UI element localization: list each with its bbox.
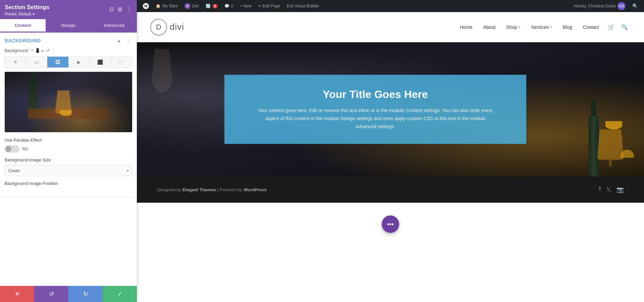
background-section: Background ▲ ⋮ Background ? 📱 ▸ ↺ ⋮ [0, 33, 137, 197]
logo-text: divi [170, 22, 184, 32]
background-pointer-button[interactable]: ▸ [42, 48, 44, 53]
background-label: Background [5, 48, 28, 53]
bg-type-video-button[interactable]: ⬛ [90, 57, 111, 67]
tab-advanced[interactable]: Advanced [91, 19, 137, 33]
site-preview-panel: W 🏠 My Sites D Divi 🔄 3 💬 0 + New ✏ Edit… [137, 0, 644, 302]
bg-image-size-select[interactable]: Cover Contain Auto Custom [5, 165, 132, 176]
floating-btn-icon: ••• [387, 220, 394, 228]
admin-search-button[interactable]: 🔍 [629, 3, 641, 9]
undo-button[interactable]: ↺ [34, 286, 68, 302]
hero-title: Your Title Goes Here [241, 88, 509, 101]
background-label-row: Background ? 📱 ▸ ↺ ⋮ [5, 48, 132, 53]
hero-glass-stem [609, 160, 612, 166]
panel-header-icons: ⊡ ⊞ ⋮ [109, 5, 132, 13]
cart-icon[interactable]: 🛒 [605, 21, 617, 33]
section-settings-panel: Section Settings Preset: Default ▾ ⊡ ⊞ ⋮… [0, 0, 137, 302]
panel-body: Background ▲ ⋮ Background ? 📱 ▸ ↺ ⋮ [0, 33, 137, 302]
parallax-toggle[interactable] [5, 145, 19, 153]
bg-image-size-label: Background Image Size [5, 157, 132, 162]
new-link[interactable]: + New [236, 0, 255, 12]
redo-button[interactable]: ↻ [68, 286, 103, 302]
my-sites-link[interactable]: 🏠 My Sites [152, 0, 181, 12]
wp-admin-bar: W 🏠 My Sites D Divi 🔄 3 💬 0 + New ✏ Edit… [137, 0, 644, 12]
background-image-preview[interactable] [5, 72, 132, 132]
bg-type-image-button[interactable]: 🖼 [47, 57, 68, 67]
hero-content-box[interactable]: Your Title Goes Here Your content goes h… [224, 75, 526, 144]
site-menu: Home About Shop ▾ Services ▾ Blog Contac [455, 21, 631, 33]
bg-type-pattern-button[interactable]: ⬚ [111, 57, 132, 67]
collapse-button[interactable]: ▲ [115, 37, 123, 44]
bg-image-position-field: Background Image Position [5, 181, 132, 186]
site-logo: D divi [150, 19, 184, 36]
background-mobile-button[interactable]: 📱 [35, 48, 40, 53]
section-more-button[interactable]: ⋮ [125, 37, 132, 44]
bg-type-gradient-button[interactable]: ▶ [69, 57, 90, 67]
parallax-field: Use Parallax Effect NO [5, 138, 132, 153]
panel-header-left: Section Settings Preset: Default ▾ [5, 4, 49, 16]
site-search-icon[interactable]: 🔍 [619, 21, 631, 33]
save-button[interactable]: ✓ [103, 286, 137, 302]
tab-design[interactable]: Design [46, 19, 91, 33]
panel-header: Section Settings Preset: Default ▾ ⊡ ⊞ ⋮ [0, 0, 137, 19]
menu-item-blog[interactable]: Blog [558, 22, 577, 33]
background-section-header: Background ▲ ⋮ [5, 37, 132, 44]
menu-item-services[interactable]: Services ▾ [526, 22, 557, 33]
divi-link[interactable]: D Divi [181, 0, 202, 12]
more-options-button[interactable]: ⋮ [125, 5, 132, 13]
bg-image-size-field: Background Image Size Cover Contain Auto… [5, 157, 132, 176]
hero-left-glass-body [150, 49, 174, 93]
footer-social-icons: f 𝕏 📷 [599, 186, 624, 193]
twitter-icon[interactable]: 𝕏 [606, 186, 611, 193]
exit-builder-label: Exit Visual Builder [287, 4, 319, 8]
bg-type-color-button[interactable]: ▭ [26, 57, 47, 67]
facebook-icon[interactable]: f [599, 186, 601, 193]
user-avatar: CG [618, 2, 626, 10]
background-label-icons: ? 📱 ▸ ↺ ⋮ [31, 48, 55, 53]
parallax-label: Use Parallax Effect [5, 138, 132, 143]
background-help-button[interactable]: ? [31, 48, 33, 53]
grid-button[interactable]: ⊞ [117, 5, 123, 13]
action-bar: ✕ ↺ ↻ ✓ [0, 286, 137, 302]
background-kebab-button[interactable]: ⋮ [51, 48, 56, 53]
background-type-row: ✕ ▭ 🖼 ▶ ⬛ ⬚ [5, 56, 132, 68]
divi-logo-icon: D [184, 3, 191, 9]
minimize-button[interactable]: ⊡ [109, 5, 114, 13]
wp-admin-right: Howdy, Christina Gwira CG 🔍 [571, 2, 641, 10]
parallax-toggle-row: NO [5, 145, 132, 153]
new-label: + New [240, 4, 251, 8]
menu-item-shop[interactable]: Shop ▾ [501, 22, 525, 33]
tab-content[interactable]: Content [0, 19, 46, 33]
bottle-neck-decoration [31, 73, 35, 82]
cancel-button[interactable]: ✕ [0, 286, 34, 302]
elegant-themes-link[interactable]: Elegant Themes [182, 187, 216, 192]
bg-image-size-wrapper: Cover Contain Auto Custom [5, 165, 132, 176]
wordpress-link[interactable]: WordPress [244, 187, 266, 192]
menu-item-home[interactable]: Home [455, 22, 477, 33]
updates-link[interactable]: 🔄 3 [202, 0, 221, 12]
logo-circle: D [150, 19, 167, 36]
panel-preset: Preset: Default ▾ [5, 12, 49, 16]
site-footer: Designed by Elegant Themes | Powered by … [137, 177, 644, 203]
edit-page-link[interactable]: ✏ Edit Page [255, 0, 283, 12]
footer-text: Designed by Elegant Themes | Powered by … [157, 187, 267, 192]
section-header-right: ▲ ⋮ [115, 37, 132, 44]
wp-logo-link[interactable]: W [140, 0, 152, 12]
bg-type-none-button[interactable]: ✕ [5, 57, 26, 67]
instagram-icon[interactable]: 📷 [616, 186, 624, 193]
comments-link[interactable]: 💬 0 [221, 0, 237, 12]
hero-section[interactable]: Your Title Goes Here Your content goes h… [137, 42, 644, 177]
menu-item-contact[interactable]: Contact [578, 22, 604, 33]
divi-label: Divi [192, 4, 199, 8]
background-reset-button[interactable]: ↺ [46, 48, 50, 53]
updates-icon: 🔄 [206, 4, 211, 8]
edit-page-label: ✏ Edit Page [258, 4, 280, 8]
bottle-decoration [28, 82, 38, 112]
settings-tabs: Content Design Advanced [0, 19, 137, 33]
background-image-inner [5, 72, 132, 132]
menu-item-about[interactable]: About [479, 22, 500, 33]
hero-left-glass-decoration [150, 49, 174, 93]
parallax-toggle-label: NO [22, 147, 28, 151]
exit-builder-link[interactable]: Exit Visual Builder [283, 0, 323, 12]
floating-action-button[interactable]: ••• [382, 215, 399, 233]
hero-body-text: Your content goes here. Edit or remove t… [258, 107, 493, 131]
